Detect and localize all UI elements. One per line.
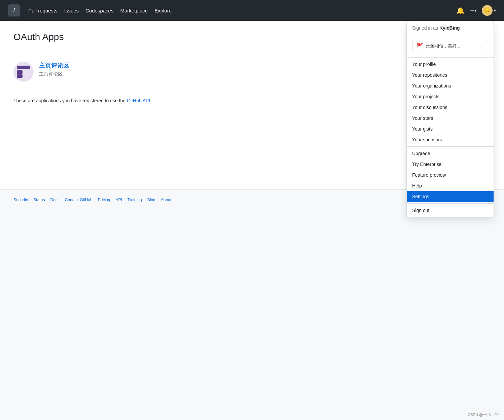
svg-rect-2	[17, 74, 23, 78]
header-nav: Pull requests Issues Codespaces Marketpl…	[28, 8, 172, 13]
nav-pull-requests[interactable]: Pull requests	[28, 8, 58, 13]
nav-explore[interactable]: Explore	[154, 8, 172, 13]
plus-icon: +	[470, 7, 474, 14]
sign-out-item[interactable]: Sign out	[407, 205, 494, 216]
nav-marketplace[interactable]: Marketplace	[120, 8, 148, 13]
your-projects-item[interactable]: Your projects	[407, 91, 494, 102]
user-menu-button[interactable]: 😊 ▾	[482, 5, 496, 16]
your-gists-item[interactable]: Your gists	[407, 124, 494, 134]
your-profile-item[interactable]: Your profile	[407, 59, 494, 70]
github-api-link[interactable]: GitHub API	[127, 98, 150, 103]
app-description: 主页评论区	[39, 71, 69, 77]
footer-docs[interactable]: Docs	[50, 198, 59, 202]
signed-in-username: KyleBing	[439, 25, 460, 31]
header: / Pull requests Issues Codespaces Market…	[0, 0, 504, 21]
avatar: 😊	[482, 5, 493, 16]
nav-issues[interactable]: Issues	[64, 8, 79, 13]
footer-about[interactable]: About	[161, 198, 171, 202]
your-repositories-item[interactable]: Your repositories	[407, 70, 494, 80]
status-button[interactable]: 🚩 永远相信，美好...	[412, 40, 488, 52]
bell-icon: 🔔	[456, 6, 465, 14]
chevron-down-icon: ▾	[475, 9, 476, 12]
settings-item[interactable]: Settings	[407, 191, 494, 202]
svg-rect-0	[17, 66, 30, 69]
footer-security[interactable]: Security	[13, 198, 28, 202]
app-name-link[interactable]: 主页评论区	[39, 62, 69, 70]
feature-preview-item[interactable]: Feature preview	[407, 170, 494, 180]
app-logo-icon	[17, 66, 30, 78]
header-right: 🔔 + ▾ 😊 ▾	[456, 5, 496, 16]
try-enterprise-item[interactable]: Try Enterprise	[407, 159, 494, 170]
notifications-button[interactable]: 🔔	[456, 6, 465, 14]
user-menu-chevron-icon: ▾	[494, 8, 496, 13]
footer-api[interactable]: API	[115, 198, 122, 202]
sign-out-section: Sign out	[407, 203, 494, 217]
user-links-section: Your profile Your repositories Your orga…	[407, 57, 494, 146]
footer-status[interactable]: Status	[33, 198, 45, 202]
settings-section: Upgrade Try Enterprise Feature preview H…	[407, 146, 494, 203]
flag-icon: 🚩	[417, 43, 423, 49]
nav-codespaces[interactable]: Codespaces	[85, 8, 113, 13]
create-new-button[interactable]: + ▾	[470, 7, 476, 14]
status-section: 🚩 永远相信，美好...	[407, 35, 494, 57]
user-dropdown-menu: Signed in as KyleBing 🚩 永远相信，美好... Your …	[406, 21, 494, 217]
signed-in-label: Signed in as KyleBing	[407, 21, 494, 35]
upgrade-item[interactable]: Upgrade	[407, 148, 494, 159]
your-sponsors-item[interactable]: Your sponsors	[407, 134, 494, 145]
your-stars-item[interactable]: Your stars	[407, 113, 494, 124]
github-logo[interactable]: /	[8, 4, 20, 16]
footer-blog[interactable]: Blog	[147, 198, 155, 202]
attribution: CSDN @十月oo00	[468, 412, 499, 417]
help-item[interactable]: Help	[407, 180, 494, 191]
footer-training[interactable]: Training	[128, 198, 142, 202]
footer-pricing[interactable]: Pricing	[98, 198, 110, 202]
app-info: 主页评论区 主页评论区	[39, 62, 69, 77]
app-icon	[13, 62, 34, 82]
your-organizations-item[interactable]: Your organizations	[407, 80, 494, 91]
your-discussions-item[interactable]: Your discussions	[407, 102, 494, 113]
svg-rect-1	[17, 70, 23, 74]
footer-contact-github[interactable]: Contact GitHub	[65, 198, 93, 202]
status-text: 永远相信，美好...	[426, 43, 460, 49]
